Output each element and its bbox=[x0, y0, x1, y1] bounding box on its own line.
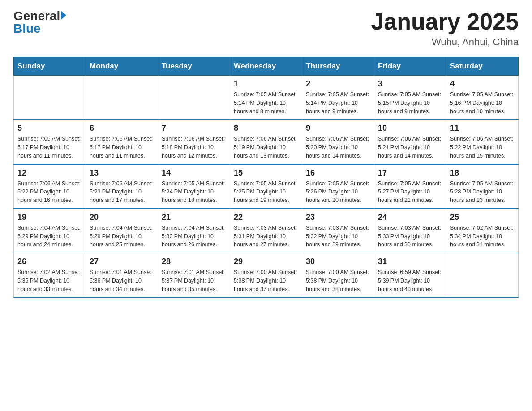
day-number: 12 bbox=[17, 168, 82, 178]
calendar-week-1: 1Sunrise: 7:05 AM Sunset: 5:14 PM Daylig… bbox=[14, 76, 519, 120]
calendar-cell: 27Sunrise: 7:01 AM Sunset: 5:36 PM Dayli… bbox=[86, 253, 158, 297]
calendar-cell: 16Sunrise: 7:05 AM Sunset: 5:26 PM Dayli… bbox=[302, 164, 374, 209]
calendar-cell: 2Sunrise: 7:05 AM Sunset: 5:14 PM Daylig… bbox=[302, 76, 374, 120]
day-of-week-tuesday: Tuesday bbox=[158, 57, 230, 76]
day-info: Sunrise: 7:05 AM Sunset: 5:14 PM Dayligh… bbox=[306, 90, 370, 116]
day-info: Sunrise: 7:04 AM Sunset: 5:29 PM Dayligh… bbox=[17, 224, 82, 249]
day-info: Sunrise: 7:00 AM Sunset: 5:38 PM Dayligh… bbox=[306, 268, 370, 293]
day-info: Sunrise: 7:06 AM Sunset: 5:19 PM Dayligh… bbox=[234, 135, 298, 160]
day-number: 28 bbox=[162, 257, 226, 266]
day-number: 15 bbox=[234, 168, 298, 178]
day-number: 21 bbox=[162, 213, 226, 222]
day-info: Sunrise: 7:05 AM Sunset: 5:16 PM Dayligh… bbox=[450, 90, 515, 116]
day-number: 9 bbox=[306, 124, 370, 133]
day-number: 14 bbox=[162, 168, 226, 178]
day-of-week-wednesday: Wednesday bbox=[230, 57, 302, 76]
day-info: Sunrise: 7:00 AM Sunset: 5:38 PM Dayligh… bbox=[234, 268, 298, 293]
day-info: Sunrise: 7:02 AM Sunset: 5:34 PM Dayligh… bbox=[450, 224, 515, 249]
day-number: 5 bbox=[17, 124, 82, 133]
days-of-week-row: SundayMondayTuesdayWednesdayThursdayFrid… bbox=[14, 57, 519, 76]
day-number: 23 bbox=[306, 213, 370, 222]
calendar-cell: 31Sunrise: 6:59 AM Sunset: 5:39 PM Dayli… bbox=[374, 253, 446, 297]
calendar-cell: 25Sunrise: 7:02 AM Sunset: 5:34 PM Dayli… bbox=[446, 209, 519, 253]
calendar-cell: 24Sunrise: 7:03 AM Sunset: 5:33 PM Dayli… bbox=[374, 209, 446, 253]
day-info: Sunrise: 7:06 AM Sunset: 5:22 PM Dayligh… bbox=[450, 135, 515, 160]
calendar-cell: 20Sunrise: 7:04 AM Sunset: 5:29 PM Dayli… bbox=[86, 209, 158, 253]
calendar-week-5: 26Sunrise: 7:02 AM Sunset: 5:35 PM Dayli… bbox=[14, 253, 519, 297]
calendar-cell: 15Sunrise: 7:05 AM Sunset: 5:25 PM Dayli… bbox=[230, 164, 302, 209]
day-number: 2 bbox=[306, 79, 370, 89]
day-info: Sunrise: 6:59 AM Sunset: 5:39 PM Dayligh… bbox=[378, 268, 442, 293]
day-number: 30 bbox=[306, 257, 370, 266]
day-info: Sunrise: 7:05 AM Sunset: 5:25 PM Dayligh… bbox=[234, 180, 298, 205]
day-of-week-friday: Friday bbox=[374, 57, 446, 76]
day-info: Sunrise: 7:05 AM Sunset: 5:17 PM Dayligh… bbox=[17, 135, 82, 160]
calendar-title: January 2025 bbox=[371, 9, 519, 34]
day-info: Sunrise: 7:03 AM Sunset: 5:33 PM Dayligh… bbox=[378, 224, 442, 249]
calendar-cell bbox=[86, 76, 158, 120]
calendar-cell: 28Sunrise: 7:01 AM Sunset: 5:37 PM Dayli… bbox=[158, 253, 230, 297]
day-number: 25 bbox=[450, 213, 515, 222]
calendar-week-2: 5Sunrise: 7:05 AM Sunset: 5:17 PM Daylig… bbox=[14, 120, 519, 164]
day-info: Sunrise: 7:04 AM Sunset: 5:30 PM Dayligh… bbox=[162, 224, 226, 249]
calendar-cell: 19Sunrise: 7:04 AM Sunset: 5:29 PM Dayli… bbox=[14, 209, 86, 253]
day-info: Sunrise: 7:06 AM Sunset: 5:23 PM Dayligh… bbox=[90, 180, 154, 205]
day-number: 10 bbox=[378, 124, 442, 133]
day-info: Sunrise: 7:01 AM Sunset: 5:37 PM Dayligh… bbox=[162, 268, 226, 293]
calendar-week-3: 12Sunrise: 7:06 AM Sunset: 5:22 PM Dayli… bbox=[14, 164, 519, 209]
calendar-cell: 11Sunrise: 7:06 AM Sunset: 5:22 PM Dayli… bbox=[446, 120, 519, 164]
calendar-cell: 3Sunrise: 7:05 AM Sunset: 5:15 PM Daylig… bbox=[374, 76, 446, 120]
day-info: Sunrise: 7:05 AM Sunset: 5:26 PM Dayligh… bbox=[306, 180, 370, 205]
logo: General Blue bbox=[13, 9, 66, 36]
calendar-cell bbox=[14, 76, 86, 120]
calendar-week-4: 19Sunrise: 7:04 AM Sunset: 5:29 PM Dayli… bbox=[14, 209, 519, 253]
day-info: Sunrise: 7:06 AM Sunset: 5:20 PM Dayligh… bbox=[306, 135, 370, 160]
logo-blue-text: Blue bbox=[13, 21, 41, 36]
day-of-week-sunday: Sunday bbox=[14, 57, 86, 76]
day-number: 24 bbox=[378, 213, 442, 222]
day-info: Sunrise: 7:02 AM Sunset: 5:35 PM Dayligh… bbox=[17, 268, 82, 293]
day-number: 26 bbox=[17, 257, 82, 266]
title-block: January 2025 Wuhu, Anhui, China bbox=[371, 9, 519, 48]
day-number: 3 bbox=[378, 79, 442, 89]
day-number: 7 bbox=[162, 124, 226, 133]
calendar-cell: 8Sunrise: 7:06 AM Sunset: 5:19 PM Daylig… bbox=[230, 120, 302, 164]
day-number: 11 bbox=[450, 124, 515, 133]
day-info: Sunrise: 7:04 AM Sunset: 5:29 PM Dayligh… bbox=[90, 224, 154, 249]
day-number: 8 bbox=[234, 124, 298, 133]
calendar-cell: 29Sunrise: 7:00 AM Sunset: 5:38 PM Dayli… bbox=[230, 253, 302, 297]
day-info: Sunrise: 7:06 AM Sunset: 5:22 PM Dayligh… bbox=[17, 180, 82, 205]
calendar-cell: 21Sunrise: 7:04 AM Sunset: 5:30 PM Dayli… bbox=[158, 209, 230, 253]
calendar-cell: 5Sunrise: 7:05 AM Sunset: 5:17 PM Daylig… bbox=[14, 120, 86, 164]
day-info: Sunrise: 7:03 AM Sunset: 5:32 PM Dayligh… bbox=[306, 224, 370, 249]
calendar-subtitle: Wuhu, Anhui, China bbox=[371, 36, 519, 48]
calendar-cell: 30Sunrise: 7:00 AM Sunset: 5:38 PM Dayli… bbox=[302, 253, 374, 297]
day-number: 27 bbox=[90, 257, 154, 266]
calendar-cell: 4Sunrise: 7:05 AM Sunset: 5:16 PM Daylig… bbox=[446, 76, 519, 120]
calendar-body: 1Sunrise: 7:05 AM Sunset: 5:14 PM Daylig… bbox=[14, 76, 519, 298]
day-number: 17 bbox=[378, 168, 442, 178]
day-number: 20 bbox=[90, 213, 154, 222]
day-of-week-monday: Monday bbox=[86, 57, 158, 76]
day-number: 6 bbox=[90, 124, 154, 133]
calendar-cell bbox=[446, 253, 519, 297]
day-info: Sunrise: 7:05 AM Sunset: 5:14 PM Dayligh… bbox=[234, 90, 298, 116]
calendar-header: SundayMondayTuesdayWednesdayThursdayFrid… bbox=[14, 57, 519, 76]
calendar-cell bbox=[158, 76, 230, 120]
calendar-cell: 22Sunrise: 7:03 AM Sunset: 5:31 PM Dayli… bbox=[230, 209, 302, 253]
day-info: Sunrise: 7:01 AM Sunset: 5:36 PM Dayligh… bbox=[90, 268, 154, 293]
day-number: 16 bbox=[306, 168, 370, 178]
calendar-cell: 18Sunrise: 7:05 AM Sunset: 5:28 PM Dayli… bbox=[446, 164, 519, 209]
day-of-week-saturday: Saturday bbox=[446, 57, 519, 76]
calendar-cell: 17Sunrise: 7:05 AM Sunset: 5:27 PM Dayli… bbox=[374, 164, 446, 209]
day-info: Sunrise: 7:05 AM Sunset: 5:15 PM Dayligh… bbox=[378, 90, 442, 116]
page-header: General Blue January 2025 Wuhu, Anhui, C… bbox=[13, 9, 519, 48]
calendar-cell: 6Sunrise: 7:06 AM Sunset: 5:17 PM Daylig… bbox=[86, 120, 158, 164]
day-number: 22 bbox=[234, 213, 298, 222]
calendar-table: SundayMondayTuesdayWednesdayThursdayFrid… bbox=[13, 57, 519, 298]
day-of-week-thursday: Thursday bbox=[302, 57, 374, 76]
day-number: 4 bbox=[450, 79, 515, 89]
day-info: Sunrise: 7:05 AM Sunset: 5:24 PM Dayligh… bbox=[162, 180, 226, 205]
calendar-cell: 7Sunrise: 7:06 AM Sunset: 5:18 PM Daylig… bbox=[158, 120, 230, 164]
day-number: 1 bbox=[234, 79, 298, 89]
